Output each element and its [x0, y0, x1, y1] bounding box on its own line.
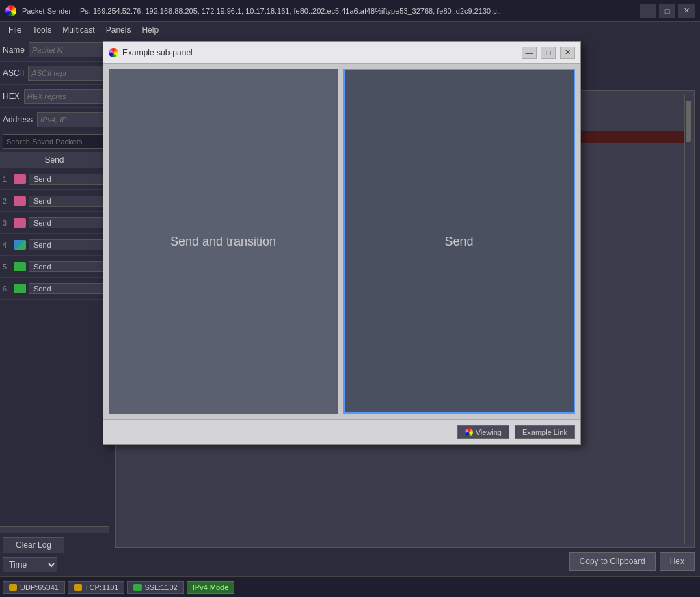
- example-link-button[interactable]: Example Link: [515, 425, 575, 439]
- ipv4-mode-label: IPv4 Mode: [193, 583, 229, 592]
- list-item[interactable]: 1 Send: [0, 168, 109, 190]
- list-item[interactable]: 4 Send: [0, 234, 109, 256]
- hex-field-row: HEX: [0, 85, 109, 108]
- minimize-button[interactable]: —: [640, 4, 656, 18]
- sub-panel-title-text: Example sub-panel: [122, 48, 517, 57]
- viewing-button[interactable]: Viewing: [457, 425, 509, 439]
- window-title: Packet Sender - IPs: 169.254.52.76, 192.…: [22, 7, 634, 15]
- sub-panel-icon: [109, 48, 118, 57]
- sub-panel-minimize-button[interactable]: —: [522, 47, 537, 59]
- packet-icon: [14, 218, 26, 228]
- packet-num: 4: [3, 241, 14, 249]
- udp-label: UDP:65341: [20, 583, 59, 592]
- udp-icon: [9, 584, 17, 591]
- sub-panel-body: Send and transition Send: [103, 64, 580, 419]
- clear-log-button[interactable]: Clear Log: [3, 537, 64, 553]
- udp-status: UDP:65341: [3, 581, 65, 594]
- ssl-label: SSL:1102: [144, 583, 177, 592]
- send-and-transition-label: Send and transition: [170, 235, 276, 249]
- ipv4-mode-indicator: IPv4 Mode: [187, 581, 235, 594]
- packet-num: 1: [3, 175, 14, 183]
- send-and-transition-button[interactable]: Send and transition: [109, 69, 338, 414]
- hex-label: HEX: [3, 92, 24, 101]
- viewing-icon: [465, 428, 473, 436]
- menu-bar: File Tools Multicast Panels Help: [0, 22, 700, 38]
- sub-panel: Example sub-panel — □ ✕ Send and transit…: [103, 41, 581, 445]
- name-label: Name: [3, 45, 29, 55]
- send-column-header: Send: [0, 152, 109, 168]
- send-button-pane[interactable]: Send: [343, 69, 575, 414]
- window-controls: — □ ✕: [640, 4, 695, 18]
- left-panel: Name ASCII HEX Address Send 1 Send 2: [0, 38, 109, 576]
- packet-num: 3: [3, 219, 14, 227]
- list-item[interactable]: 3 Send: [0, 212, 109, 234]
- sub-panel-close-button[interactable]: ✕: [560, 47, 575, 59]
- packet-send-button[interactable]: Send: [29, 196, 106, 207]
- packet-num: 5: [3, 263, 14, 271]
- scrollbar-thumb: [686, 101, 691, 142]
- packet-icon: [14, 196, 26, 206]
- packet-icon: [14, 174, 26, 184]
- menu-tools[interactable]: Tools: [27, 24, 57, 36]
- close-button[interactable]: ✕: [678, 4, 695, 18]
- packet-send-button[interactable]: Send: [29, 217, 106, 228]
- menu-panels[interactable]: Panels: [100, 24, 137, 36]
- menu-multicast[interactable]: Multicast: [57, 24, 100, 36]
- bottom-left-controls: Clear Log Time: [0, 533, 109, 576]
- packet-icon: [14, 240, 26, 250]
- right-bottom-row: Copy to Clipboard Hex: [115, 552, 695, 571]
- app-icon: [5, 5, 16, 16]
- ascii-label: ASCII: [3, 68, 28, 78]
- ssl-status: SSL:1102: [127, 581, 183, 594]
- packet-send-button[interactable]: Send: [29, 261, 106, 272]
- packet-num: 6: [3, 284, 14, 293]
- packet-icon: [14, 262, 26, 271]
- packet-list: 1 Send 2 Send 3 Send 4 Send 5 Send 6 Sen…: [0, 168, 109, 526]
- list-item[interactable]: 5 Send: [0, 256, 109, 278]
- packet-send-button[interactable]: Send: [29, 283, 106, 294]
- viewing-label: Viewing: [476, 428, 502, 436]
- time-dropdown-row: Time: [3, 557, 106, 572]
- packet-send-button[interactable]: Send: [29, 239, 106, 250]
- list-item[interactable]: 2 Send: [0, 190, 109, 212]
- maximize-button[interactable]: □: [659, 4, 675, 18]
- menu-help[interactable]: Help: [136, 24, 164, 36]
- search-box: [0, 131, 109, 152]
- send-label: Send: [444, 235, 473, 249]
- menu-file[interactable]: File: [3, 24, 27, 36]
- title-bar: Packet Sender - IPs: 169.254.52.76, 192.…: [0, 0, 700, 22]
- name-field-row: Name: [0, 38, 109, 62]
- horizontal-scrollbar[interactable]: [0, 526, 109, 533]
- sub-panel-title-bar: Example sub-panel — □ ✕: [103, 42, 580, 64]
- sub-panel-footer: Viewing Example Link: [103, 419, 580, 444]
- packet-icon: [14, 284, 26, 293]
- hex-button[interactable]: Hex: [660, 552, 695, 571]
- tcp-label: TCP:1101: [85, 583, 119, 592]
- packet-send-button[interactable]: Send: [29, 174, 106, 185]
- address-label: Address: [3, 115, 37, 124]
- ascii-field-row: ASCII: [0, 62, 109, 85]
- ssl-icon: [133, 584, 142, 591]
- packet-num: 2: [3, 197, 14, 205]
- tcp-icon: [74, 584, 82, 591]
- address-field-row: Address: [0, 108, 109, 131]
- sub-panel-maximize-button[interactable]: □: [541, 47, 556, 59]
- time-select[interactable]: Time: [3, 557, 57, 572]
- status-bar: UDP:65341 TCP:1101 SSL:1102 IPv4 Mode: [0, 576, 700, 597]
- search-input[interactable]: [3, 134, 106, 149]
- vertical-scrollbar[interactable]: [684, 94, 691, 544]
- list-item[interactable]: 6 Send: [0, 278, 109, 300]
- copy-to-clipboard-button[interactable]: Copy to Clipboard: [569, 552, 656, 571]
- tcp-status: TCP:1101: [68, 581, 125, 594]
